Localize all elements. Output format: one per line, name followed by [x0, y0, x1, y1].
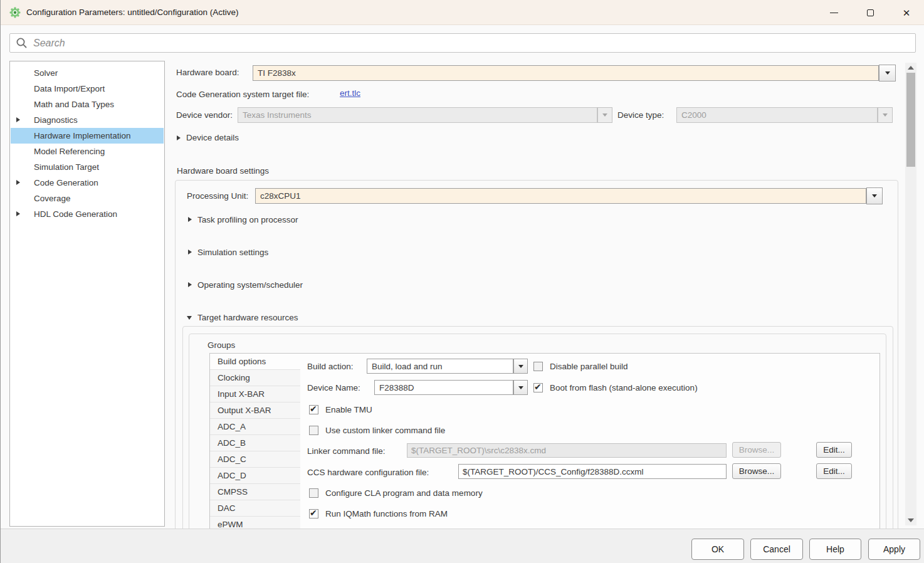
- groups-title: Groups: [207, 339, 235, 352]
- scroll-down-icon: [908, 518, 914, 522]
- device-vendor-dropdown: Texas Instruments: [238, 107, 597, 123]
- device-type-dropdown: C2000: [676, 107, 878, 123]
- groups-list-item-build-options[interactable]: Build options: [210, 354, 300, 370]
- chevron-down-icon: [518, 365, 523, 368]
- chevron-down-icon: [885, 71, 890, 75]
- build-action-value: Build, load and run: [372, 362, 443, 371]
- groups-list-item-adc-c[interactable]: ADC_C: [210, 451, 300, 468]
- linker-command-file-label: Linker command file:: [307, 445, 386, 458]
- hardware-board-dropdown[interactable]: TI F2838x: [253, 65, 879, 81]
- configure-cla-label: Configure CLA program and data memory: [325, 487, 483, 500]
- linker-edit-button[interactable]: Edit...: [816, 442, 852, 458]
- build-action-dropdown[interactable]: Build, load and run: [367, 359, 513, 374]
- device-name-dropdown-arrow[interactable]: [513, 380, 528, 395]
- groups-list-item-epwm[interactable]: ePWM: [210, 517, 300, 529]
- close-icon: ✕: [903, 8, 911, 18]
- build-action-dropdown-arrow[interactable]: [513, 359, 528, 374]
- ccs-config-file-label: CCS hardware configuration file:: [307, 466, 429, 479]
- device-type-dropdown-arrow: [878, 107, 893, 123]
- device-name-value: F28388D: [379, 383, 414, 392]
- expand-arrow-icon[interactable]: [188, 217, 192, 222]
- device-vendor-label: Device vendor:: [176, 109, 233, 122]
- enable-tmu-checkbox[interactable]: [309, 405, 318, 414]
- ccs-config-file-value: $(TARGET_ROOT)/CCS_Config/f28388D.ccxml: [463, 467, 644, 476]
- linker-browse-button: Browse...: [732, 442, 781, 458]
- linker-command-file-value: $(TARGET_ROOT)\src\c2838x.cmd: [411, 446, 546, 455]
- chevron-down-icon: [883, 113, 888, 117]
- scrollbar-thumb[interactable]: [906, 73, 915, 167]
- window-title: Configuration Parameters: untitled/Confi…: [26, 8, 238, 17]
- disable-parallel-build-checkbox[interactable]: [533, 362, 543, 371]
- hardware-board-settings-title: Hardware board settings: [177, 165, 269, 177]
- groups-list-item-dac[interactable]: DAC: [210, 500, 300, 517]
- groups-list: Build options Clocking Input X-BAR Outpu…: [210, 354, 300, 529]
- groups-list-item-output-xbar[interactable]: Output X-BAR: [210, 403, 300, 419]
- linker-command-file-field: $(TARGET_ROOT)\src\c2838x.cmd: [407, 443, 727, 458]
- section-target-hardware-resources[interactable]: Target hardware resources: [197, 312, 298, 324]
- simulink-config-gear-icon: [9, 7, 21, 18]
- processing-unit-label: Processing Unit:: [187, 190, 248, 203]
- processing-unit-dropdown[interactable]: c28xCPU1: [255, 188, 866, 204]
- enable-tmu-label: Enable TMU: [325, 404, 372, 416]
- expand-arrow-icon[interactable]: [188, 250, 192, 255]
- section-task-profiling[interactable]: Task profiling on processor: [197, 214, 298, 226]
- section-operating-system-scheduler[interactable]: Operating system/scheduler: [197, 279, 303, 292]
- boot-from-flash-checkbox[interactable]: [533, 383, 543, 392]
- section-simulation-settings[interactable]: Simulation settings: [197, 246, 268, 259]
- groups-list-item-adc-b[interactable]: ADC_B: [210, 435, 300, 451]
- boot-from-flash-label: Boot from flash (stand-alone execution): [550, 382, 698, 394]
- chevron-down-icon: [872, 194, 877, 197]
- ok-button[interactable]: OK: [691, 539, 744, 560]
- help-button[interactable]: Help: [809, 539, 861, 560]
- search-input[interactable]: [28, 34, 915, 52]
- main-panel: Hardware board: TI F2838x Code Generatio…: [1, 61, 924, 529]
- dialog-footer: OK Cancel Help Apply: [1, 529, 924, 563]
- groups-list-item-input-xbar[interactable]: Input X-BAR: [210, 386, 300, 403]
- scroll-up-button[interactable]: [905, 63, 916, 73]
- device-type-value: C2000: [681, 110, 706, 120]
- ccs-browse-button[interactable]: Browse...: [732, 463, 781, 479]
- expand-arrow-icon[interactable]: [188, 282, 192, 287]
- chevron-down-icon: [518, 386, 523, 389]
- cancel-button[interactable]: Cancel: [750, 539, 803, 560]
- hardware-board-label: Hardware board:: [176, 66, 239, 79]
- maximize-button[interactable]: [852, 0, 888, 25]
- expand-arrow-icon[interactable]: [177, 135, 181, 140]
- device-details-section[interactable]: Device details: [186, 132, 239, 144]
- processing-unit-dropdown-arrow[interactable]: [866, 187, 883, 204]
- groups-list-item-clocking[interactable]: Clocking: [210, 370, 300, 386]
- maximize-icon: [867, 9, 874, 16]
- device-type-label: Device type:: [617, 109, 664, 122]
- vertical-scrollbar[interactable]: [905, 63, 916, 525]
- scroll-down-button[interactable]: [905, 515, 916, 525]
- target-file-link[interactable]: ert.tlc: [340, 88, 360, 98]
- device-name-dropdown[interactable]: F28388D: [374, 380, 513, 395]
- hardware-board-value: TI F2838x: [258, 68, 296, 78]
- collapse-arrow-icon[interactable]: [187, 316, 192, 320]
- ccs-config-file-field[interactable]: $(TARGET_ROOT)/CCS_Config/f28388D.ccxml: [458, 464, 727, 479]
- minimize-button[interactable]: [816, 0, 852, 25]
- configure-cla-checkbox[interactable]: [309, 488, 318, 498]
- groups-list-item-cmpss[interactable]: CMPSS: [210, 484, 300, 500]
- chevron-down-icon: [602, 113, 607, 117]
- build-action-label: Build action:: [307, 360, 354, 373]
- close-button[interactable]: ✕: [888, 0, 924, 25]
- disable-parallel-build-label: Disable parallel build: [550, 360, 628, 373]
- search-bar[interactable]: [9, 33, 916, 53]
- groups-list-item-adc-a[interactable]: ADC_A: [210, 419, 300, 435]
- use-custom-linker-checkbox[interactable]: [309, 426, 318, 435]
- apply-button[interactable]: Apply: [868, 539, 920, 560]
- ccs-edit-button[interactable]: Edit...: [816, 463, 852, 479]
- scroll-up-icon: [908, 66, 914, 70]
- title-bar: Configuration Parameters: untitled/Confi…: [1, 0, 924, 25]
- search-icon: [16, 37, 28, 49]
- device-name-label: Device Name:: [307, 382, 360, 394]
- run-iqmath-checkbox[interactable]: [309, 509, 318, 518]
- minimize-icon: [830, 13, 838, 13]
- target-file-label: Code Generation system target file:: [176, 88, 309, 101]
- hardware-board-dropdown-arrow[interactable]: [879, 65, 896, 82]
- processing-unit-value: c28xCPU1: [260, 191, 301, 201]
- groups-content-box: Build options Clocking Input X-BAR Outpu…: [209, 353, 880, 529]
- device-vendor-dropdown-arrow: [597, 107, 612, 123]
- groups-list-item-adc-d[interactable]: ADC_D: [210, 468, 300, 484]
